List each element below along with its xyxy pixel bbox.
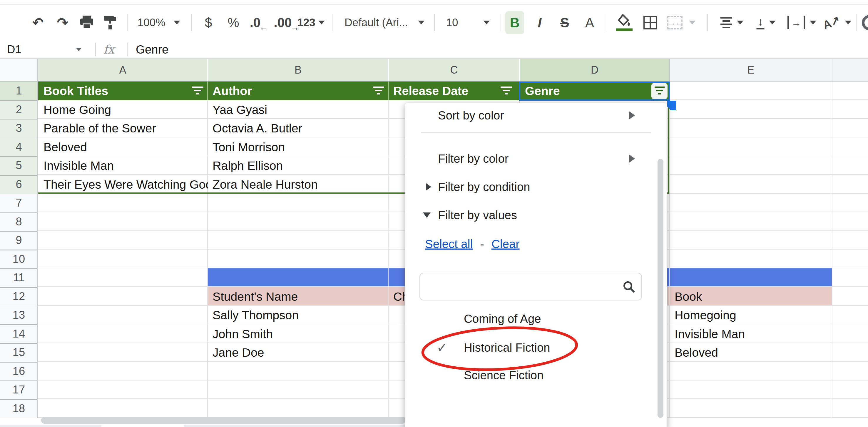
row-header[interactable]: 14 — [0, 324, 38, 343]
row-header[interactable]: 10 — [0, 250, 38, 268]
submenu-arrow-icon — [629, 154, 635, 163]
column-header-e[interactable]: E — [669, 59, 832, 81]
font-name-select[interactable]: Default (Ari... — [344, 17, 425, 29]
formula-input[interactable]: Genre — [136, 43, 168, 56]
cell-a6[interactable]: Their Eyes Were Watching God — [43, 175, 208, 194]
expanded-arrow-icon[interactable] — [423, 212, 431, 218]
fill-color-button[interactable] — [616, 14, 632, 31]
italic-button[interactable]: I — [538, 15, 542, 31]
column-header-c[interactable]: C — [388, 59, 519, 81]
filter-button-genre-active[interactable] — [651, 83, 668, 99]
filter-icon-release-date[interactable] — [500, 85, 512, 94]
filter-icon-book-titles[interactable] — [192, 85, 204, 94]
search-icon[interactable] — [622, 280, 636, 294]
horizontal-scrollbar[interactable] — [41, 417, 406, 424]
format-currency-button[interactable]: $ — [205, 15, 212, 30]
menu-item-sort-by-color[interactable]: Sort by color — [438, 109, 504, 122]
merge-caret-icon — [689, 21, 695, 24]
text-wrap-button[interactable]: → — [787, 16, 816, 29]
decrease-decimal-button[interactable]: .0 ← — [250, 15, 261, 30]
print-icon[interactable] — [79, 15, 95, 30]
row-header[interactable]: 8 — [0, 212, 38, 231]
cell-b13[interactable]: Sally Thompson — [213, 306, 299, 324]
bold-button[interactable]: B — [505, 11, 524, 34]
row-header[interactable]: 7 — [0, 194, 38, 212]
select-all-link[interactable]: Select all — [425, 237, 473, 250]
merge-cells-button[interactable]: →← — [667, 16, 695, 29]
column-header-a[interactable]: A — [38, 59, 207, 81]
row-header[interactable]: 9 — [0, 231, 38, 250]
row-header[interactable]: 12 — [0, 287, 38, 306]
vertical-align-icon: ↓ — [756, 16, 765, 29]
cell-b1[interactable]: Author — [213, 82, 252, 101]
redo-icon[interactable]: ↷ — [57, 15, 68, 31]
row-header[interactable]: 17 — [0, 380, 38, 399]
column-header-b[interactable]: B — [207, 59, 388, 81]
cell-b15[interactable]: Jane Doe — [213, 343, 264, 362]
name-box-caret-icon[interactable] — [76, 48, 82, 51]
row-header[interactable]: 16 — [0, 362, 38, 380]
cell-a2[interactable]: Home Going — [43, 101, 207, 119]
cell-b12[interactable]: Student's Name — [213, 287, 298, 306]
row-header[interactable]: 11 — [0, 268, 38, 287]
row-header[interactable]: 1 — [0, 82, 38, 100]
text-rotation-button[interactable]: A↗ — [823, 16, 851, 29]
increase-decimal-button[interactable]: .00 → — [274, 15, 291, 30]
borders-button[interactable] — [644, 16, 657, 29]
cell-e12[interactable]: Book — [675, 287, 702, 306]
row-header[interactable]: 5 — [0, 156, 38, 175]
clear-link[interactable]: Clear — [492, 237, 520, 250]
row-header[interactable]: 4 — [0, 138, 38, 156]
cell-b6[interactable]: Zora Neale Hurston — [213, 175, 318, 194]
filter-icon-author[interactable] — [373, 85, 384, 94]
align-caret-icon — [737, 21, 743, 24]
column-header-d[interactable]: D — [519, 59, 669, 81]
menu-item-filter-by-values[interactable]: Filter by values — [438, 209, 517, 222]
more-formats-button[interactable]: 123 — [297, 17, 325, 29]
undo-icon[interactable]: ↶ — [32, 15, 44, 31]
cell-e15[interactable]: Beloved — [675, 343, 718, 362]
cell-e14[interactable]: Invisible Man — [675, 324, 745, 343]
cell-a3[interactable]: Parable of the Sower — [43, 119, 207, 138]
cell-e13[interactable]: Homegoing — [675, 306, 736, 324]
cell-a1[interactable]: Book Titles — [43, 82, 108, 101]
row-header[interactable]: 6 — [0, 175, 38, 194]
fill-color-swatch — [616, 28, 632, 31]
cell-c1[interactable]: Release Date — [393, 82, 468, 101]
format-percent-button[interactable]: % — [227, 15, 239, 30]
horizontal-align-button[interactable] — [720, 17, 743, 28]
column-header-f[interactable] — [832, 59, 868, 81]
row-header[interactable]: 18 — [0, 399, 38, 418]
select-all-corner[interactable] — [0, 59, 38, 81]
text-wrap-caret-icon — [810, 21, 816, 24]
text-color-button[interactable]: A — [585, 15, 594, 31]
cell-a5[interactable]: Invisible Man — [43, 156, 207, 175]
cell-b2[interactable]: Yaa Gyasi — [213, 101, 267, 119]
menu-item-filter-by-condition[interactable]: Filter by condition — [438, 180, 530, 194]
filter-value-coming-of-age[interactable]: Coming of Age — [464, 312, 541, 325]
menu-item-filter-by-color[interactable]: Filter by color — [438, 152, 508, 165]
zoom-select[interactable]: 100% — [137, 17, 180, 29]
row-header[interactable]: 2 — [0, 101, 38, 119]
cell-b5[interactable]: Ralph Ellison — [213, 156, 283, 175]
row-header[interactable]: 13 — [0, 306, 38, 324]
collapsed-arrow-icon[interactable] — [426, 183, 431, 191]
row-header[interactable]: 15 — [0, 343, 38, 362]
cell-a4[interactable]: Beloved — [43, 138, 207, 156]
filter-value-historical-fiction[interactable]: Historical Fiction — [464, 341, 550, 354]
cell-b3[interactable]: Octavia A. Butler — [213, 119, 302, 138]
cell-b14[interactable]: John Smith — [213, 324, 273, 343]
cell-b4[interactable]: Toni Morrison — [213, 138, 285, 156]
dropdown-scrollbar[interactable] — [657, 159, 663, 418]
font-size-select[interactable]: 10 — [446, 17, 490, 29]
row-header[interactable]: 3 — [0, 119, 38, 137]
search-input[interactable] — [426, 275, 617, 298]
filter-value-science-fiction[interactable]: Science Fiction — [464, 369, 544, 382]
insert-link-icon[interactable] — [862, 15, 868, 30]
paint-format-icon[interactable] — [102, 15, 119, 31]
name-box[interactable]: D1 — [7, 43, 22, 56]
fx-icon[interactable]: fx — [103, 43, 114, 56]
vertical-align-button[interactable]: ↓ — [756, 16, 776, 29]
toolbar-divider — [127, 14, 128, 31]
strikethrough-button[interactable]: S — [560, 15, 569, 31]
